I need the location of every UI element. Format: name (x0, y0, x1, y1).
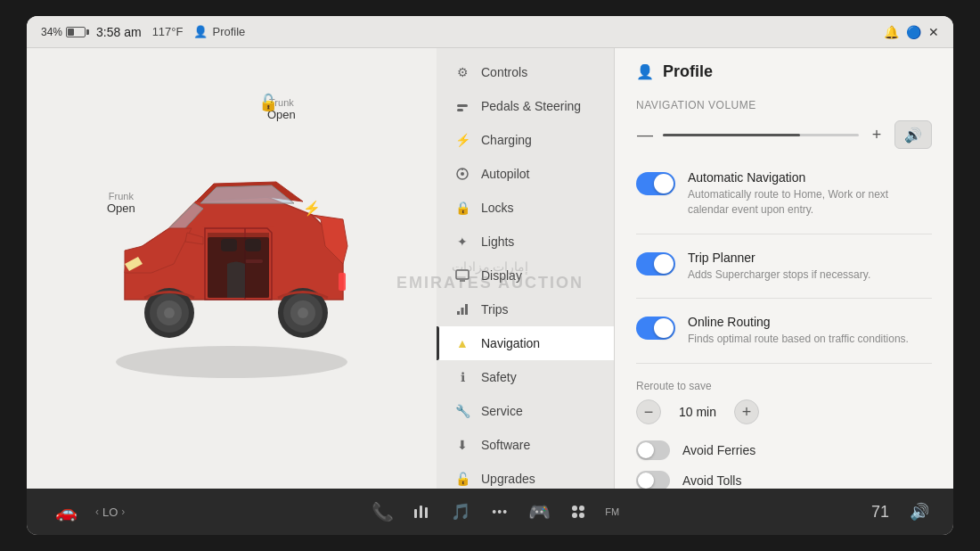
svg-rect-15 (457, 104, 468, 107)
charging-label: Charging (481, 133, 532, 147)
controls-icon: ⚙ (454, 64, 470, 80)
volume-fill (663, 134, 800, 136)
software-label: Software (481, 438, 530, 452)
auto-nav-toggle-item: Automatic Navigation Automatically route… (636, 170, 932, 234)
safety-icon: ℹ (454, 369, 470, 385)
svg-rect-10 (339, 273, 346, 291)
svg-point-5 (164, 308, 175, 318)
taskbar-fm-label[interactable]: FM (598, 492, 626, 531)
avoid-ferries-item: Avoid Ferries (636, 440, 932, 460)
trips-icon (454, 301, 470, 317)
svg-rect-13 (221, 239, 237, 251)
charging-bolt-icon: ⚡ (303, 200, 321, 217)
volume-control: — + 🔊 (636, 120, 932, 149)
taskbar-equalizer-icon[interactable] (402, 492, 441, 531)
svg-rect-16 (457, 109, 463, 111)
battery-percentage: 34% (41, 26, 62, 38)
sidebar-item-software[interactable]: ⬇ Software (437, 428, 614, 462)
taskbar-lo-label: LO (102, 506, 118, 519)
pedals-label: Pedals & Steering (481, 99, 581, 113)
avoid-tolls-label: Avoid Tolls (682, 473, 932, 488)
online-routing-toggle[interactable] (636, 317, 675, 340)
svg-rect-20 (456, 270, 469, 279)
navigation-label: Navigation (481, 336, 540, 350)
svg-rect-23 (461, 308, 464, 315)
taskbar-games-icon[interactable]: 🎮 (519, 492, 559, 531)
pedals-icon (454, 98, 470, 114)
sidebar-item-navigation[interactable]: ▲ Navigation (437, 326, 614, 360)
bell-icon: 🔔 (884, 25, 899, 39)
reroute-section: Reroute to save − 10 min + (636, 380, 932, 424)
taskbar-chevron-left[interactable]: ‹ (92, 506, 102, 518)
status-profile: 👤 Profile (193, 25, 245, 38)
taskbar-more-icon[interactable]: ••• (480, 492, 519, 531)
sidebar-item-controls[interactable]: ⚙ Controls (437, 55, 614, 89)
status-temperature: 117°F (152, 25, 184, 38)
sidebar-item-locks[interactable]: 🔒 Locks (437, 191, 614, 225)
sidebar-item-trips[interactable]: Trips (437, 292, 614, 326)
status-time: 3:58 am (96, 25, 142, 39)
avoid-ferries-knob (638, 442, 654, 458)
car-view: Trunk Open Frunk Open 🔓 ⚡ (27, 48, 437, 489)
reroute-value: 10 min (675, 405, 720, 419)
auto-nav-desc: Automatically route to Home, Work or nex… (688, 187, 932, 218)
taskbar-music-icon[interactable]: 🎵 (441, 492, 480, 531)
lights-label: Lights (481, 234, 514, 249)
software-icon: ⬇ (454, 437, 470, 453)
volume-mute-button[interactable]: 🔊 (894, 120, 932, 149)
reroute-decrease[interactable]: − (636, 399, 661, 424)
reroute-control: − 10 min + (636, 399, 932, 424)
avoid-ferries-label: Avoid Ferries (682, 443, 932, 457)
svg-rect-25 (414, 509, 417, 518)
battery-icon (66, 27, 86, 37)
sidebar-item-upgrades[interactable]: 🔓 Upgrades (437, 462, 614, 489)
sidebar-item-display[interactable]: Display (437, 259, 614, 292)
svg-rect-24 (465, 304, 468, 315)
taskbar-phone-icon[interactable]: 📞 (363, 492, 402, 531)
svg-rect-14 (245, 239, 261, 251)
locks-icon: 🔒 (454, 200, 470, 216)
avoid-tolls-item: Avoid Tolls (636, 471, 932, 489)
avoid-ferries-toggle[interactable] (636, 440, 670, 460)
avoid-tolls-toggle[interactable] (636, 471, 670, 489)
profile-label: Profile (212, 25, 245, 38)
svg-rect-27 (425, 507, 428, 518)
taskbar-chevron-right[interactable]: › (118, 506, 128, 518)
locks-label: Locks (481, 201, 514, 215)
taskbar-car-icon[interactable]: 🚗 (41, 501, 92, 522)
sidebar-item-lights[interactable]: ✦ Lights (437, 225, 614, 259)
volume-slider[interactable] (663, 134, 859, 136)
taskbar-volume-icon[interactable]: 🔊 (900, 492, 939, 531)
volume-decrease[interactable]: — (636, 126, 654, 144)
volume-icon: 🔊 (904, 127, 922, 144)
sidebar-item-pedals[interactable]: Pedals & Steering (437, 89, 614, 123)
svg-point-30 (572, 513, 577, 518)
autopilot-label: Autopilot (481, 167, 529, 181)
display-icon (454, 267, 470, 284)
display-label: Display (481, 268, 522, 283)
svg-point-18 (461, 172, 464, 176)
service-label: Service (481, 404, 523, 418)
online-routing-desc: Finds optimal route based on traffic con… (688, 332, 932, 347)
frunk-label: Frunk Open (107, 191, 135, 215)
auto-nav-toggle[interactable] (636, 172, 675, 195)
sidebar-item-safety[interactable]: ℹ Safety (437, 360, 614, 394)
status-icons: 🔔 🔵 ✕ (884, 25, 939, 39)
bluetooth-icon: 🔵 (906, 25, 921, 39)
sidebar-item-charging[interactable]: ⚡ Charging (437, 123, 614, 157)
sidebar-item-autopilot[interactable]: Autopilot (437, 157, 614, 191)
trip-planner-toggle-item: Trip Planner Adds Supercharger stops if … (636, 251, 932, 300)
charging-icon: ⚡ (454, 132, 470, 148)
sidebar-item-service[interactable]: 🔧 Service (437, 394, 614, 428)
lights-icon: ✦ (454, 234, 470, 250)
settings-title: Profile (663, 62, 713, 81)
taskbar-number: 71 (861, 503, 900, 522)
volume-increase[interactable]: + (868, 126, 886, 144)
reroute-increase[interactable]: + (734, 399, 759, 424)
svg-point-28 (572, 506, 577, 511)
navigation-icon: ▲ (454, 335, 470, 351)
taskbar: 🚗 ‹ LO › 📞 🎵 ••• 🎮 FM 71 🔊 (27, 489, 953, 535)
taskbar-apps-icon[interactable] (559, 492, 598, 531)
trip-planner-knob (654, 254, 674, 274)
trip-planner-toggle[interactable] (636, 252, 675, 276)
